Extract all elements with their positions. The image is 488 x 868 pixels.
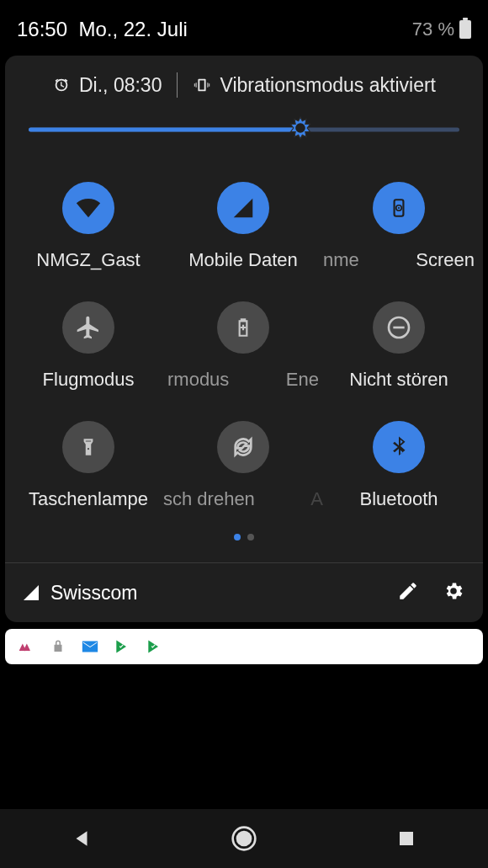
brightness-track-fill	[29, 128, 300, 132]
tile-torch[interactable]: Taschenlampe	[13, 421, 163, 510]
gear-icon	[443, 580, 464, 602]
status-right: 73 %	[412, 19, 471, 40]
header-divider	[177, 72, 178, 98]
ringer-text: Vibrationsmodus aktiviert	[220, 74, 436, 97]
back-icon	[71, 828, 93, 849]
airplane-icon	[62, 301, 114, 354]
tile-r3-frag-right: A	[310, 488, 323, 510]
panel-header: Di., 08:30 Vibrationsmodus aktiviert	[5, 72, 483, 113]
status-date: Mo., 22. Juli	[78, 18, 187, 40]
tile-wifi[interactable]: NMGZ_Gast	[13, 182, 163, 271]
device-icon	[373, 182, 425, 234]
tile-dnd[interactable]: Nicht stören	[323, 301, 475, 391]
play-check-icon-2	[145, 637, 163, 656]
status-time: 16:50	[17, 18, 67, 40]
notification-strip[interactable]	[5, 629, 483, 664]
tile-bluetooth[interactable]: Bluetooth	[323, 421, 475, 510]
svg-rect-9	[400, 832, 413, 845]
lock-icon	[49, 637, 67, 656]
svg-point-4	[398, 207, 400, 209]
tile-dnd-label: Nicht stören	[349, 369, 448, 391]
tile-r3-frag-left: sch drehen	[163, 488, 255, 510]
tile-r2-frag-right: Ene	[286, 369, 319, 391]
alarm-icon	[52, 76, 71, 94]
mobile-data-icon	[217, 182, 269, 234]
settings-button[interactable]	[443, 580, 464, 605]
svg-point-1	[295, 123, 305, 133]
play-check-icon-1	[113, 637, 131, 656]
tile-bluetooth-label: Bluetooth	[360, 488, 438, 510]
carrier-name: Swisscom	[50, 582, 138, 604]
carrier-info[interactable]: Swisscom	[24, 582, 138, 604]
page-indicator[interactable]	[5, 519, 483, 562]
battery-icon	[459, 20, 471, 39]
bluetooth-icon	[373, 421, 425, 473]
rotate-icon	[217, 421, 269, 473]
tile-r1-frag: nme	[323, 249, 359, 271]
mail-icon	[81, 637, 99, 656]
recents-icon	[396, 828, 416, 849]
home-icon	[231, 825, 257, 852]
brightness-sun-icon	[289, 116, 312, 140]
vibrate-icon	[193, 76, 211, 94]
alarm-segment[interactable]: Di., 08:30	[52, 74, 162, 97]
tile-airplane-label: Flugmodus	[43, 369, 135, 391]
strip-icon-1	[17, 637, 35, 656]
status-bar: 16:50 Mo., 22. Juli 73 %	[0, 0, 488, 51]
wifi-icon	[62, 182, 114, 234]
page-dot-2	[247, 534, 254, 541]
tile-torch-label: Taschenlampe	[29, 488, 148, 510]
panel-footer: Swisscom	[5, 562, 483, 622]
signal-icon	[24, 585, 39, 600]
quick-settings-panel: Di., 08:30 Vibrationsmodus aktiviert NMG…	[5, 56, 483, 622]
tiles-grid: NMGZ_Gast Mobile Daten nme Screen Flugmo…	[5, 162, 483, 519]
svg-point-8	[236, 831, 252, 847]
battery-plus-icon	[217, 301, 269, 354]
brightness-slider[interactable]	[29, 120, 459, 140]
navigation-bar	[0, 809, 488, 868]
status-time-date: 16:50 Mo., 22. Juli	[17, 18, 188, 41]
edit-button[interactable]	[397, 580, 419, 605]
brightness-thumb[interactable]	[289, 116, 312, 143]
tile-airplane[interactable]: Flugmodus	[13, 301, 163, 391]
tile-wifi-label: NMGZ_Gast	[36, 249, 140, 271]
pencil-icon	[397, 580, 419, 602]
dnd-icon	[373, 301, 425, 354]
nav-back-button[interactable]	[56, 813, 107, 864]
ringer-segment[interactable]: Vibrationsmodus aktiviert	[193, 74, 436, 97]
tile-rotate[interactable]: sch drehen A	[163, 421, 323, 510]
tile-battery-mode[interactable]: rmodus Ene	[163, 301, 323, 391]
nav-home-button[interactable]	[219, 813, 269, 864]
tile-mobile-data[interactable]: Mobile Daten	[163, 182, 323, 271]
tile-mobile-label: Mobile Daten	[188, 249, 298, 271]
flashlight-icon	[62, 421, 114, 473]
nav-recents-button[interactable]	[381, 813, 432, 864]
tile-r2-frag-left: rmodus	[167, 369, 229, 391]
page-dot-1	[234, 534, 241, 541]
tile-screen-partial[interactable]: nme Screen	[323, 182, 475, 271]
alarm-text: Di., 08:30	[79, 74, 162, 97]
background-mid	[0, 699, 488, 808]
battery-percent: 73 %	[412, 19, 454, 40]
tile-screen-label: Screen	[416, 249, 475, 271]
